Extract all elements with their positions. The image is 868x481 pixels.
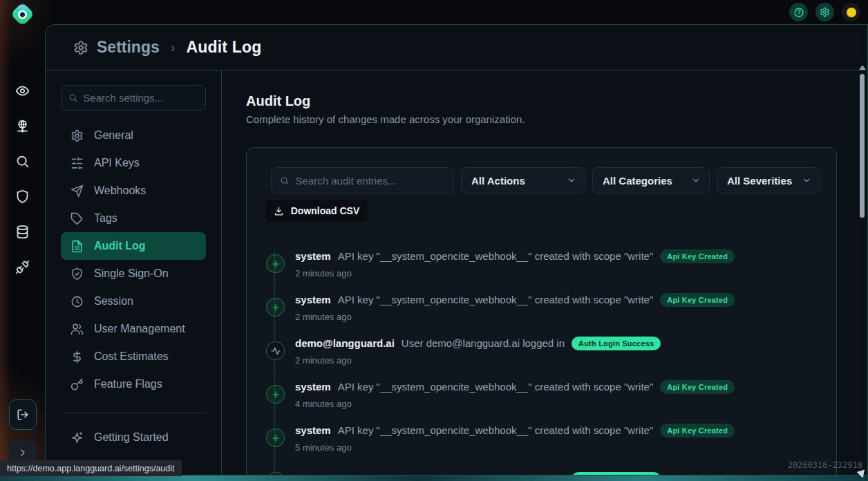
entry-description: API key "__system_opencite_webhook__" cr… <box>338 381 654 393</box>
audit-search-input[interactable] <box>296 175 445 187</box>
sidebar-item-user-management[interactable]: User Management <box>61 315 206 343</box>
audit-log-entry[interactable]: system API key "__system_opencite_webhoo… <box>266 372 822 416</box>
breadcrumb-settings-link[interactable]: Settings <box>97 38 160 57</box>
entry-timestamp: 2 minutes ago <box>295 312 822 322</box>
entry-badge: Auth Login Success <box>572 337 661 350</box>
audit-search[interactable] <box>271 167 454 194</box>
audit-log-entry[interactable]: system API key "__system_opencite_webhoo… <box>266 416 822 460</box>
sidebar-item-audit-log[interactable]: Audit Log <box>61 232 206 260</box>
account-avatar[interactable] <box>842 3 860 21</box>
audit-log-entry[interactable]: demo@langguard.ai User demo@langguard.ai… <box>266 460 822 475</box>
sidebar-item-label: API Keys <box>94 157 140 169</box>
scrollbar-up-arrow[interactable] <box>859 65 866 70</box>
search-icon[interactable] <box>15 154 30 169</box>
nav-item-icon <box>70 295 84 308</box>
settings-button[interactable] <box>815 3 834 21</box>
audit-log-entry[interactable]: demo@langguard.ai User demo@langguard.ai… <box>266 329 822 372</box>
audit-log-card: All Actions All Categories All Severitie… <box>246 147 837 475</box>
nav-item-icon <box>70 267 84 281</box>
sidebar-item-general[interactable]: General <box>61 122 206 149</box>
severities-filter-dropdown[interactable]: All Severities <box>717 167 820 194</box>
entry-badge: Api Key Created <box>660 424 735 437</box>
entry-badge: Api Key Created <box>660 293 735 307</box>
nav-item-icon <box>70 240 84 253</box>
sidebar-item-label: Getting Started <box>94 431 169 444</box>
settings-search[interactable] <box>61 85 206 111</box>
dropdown-value: All Severities <box>727 175 792 187</box>
sidebar-item-webhooks[interactable]: Webhooks <box>61 177 206 205</box>
logout-button[interactable] <box>9 399 37 430</box>
dropdown-value: All Actions <box>471 175 525 187</box>
sidebar-item-cost-estimates[interactable]: Cost Estimates <box>61 343 206 370</box>
sidebar-item-single-sign-on[interactable]: Single Sign-On <box>61 260 206 287</box>
entry-type-icon <box>266 298 285 317</box>
page-title: Audit Log <box>246 93 310 109</box>
nav-item-icon <box>70 157 84 170</box>
entry-actor: demo@langguard.ai <box>295 337 395 349</box>
nav-item-icon <box>70 212 84 225</box>
nav-item-icon <box>70 378 84 391</box>
database-icon[interactable] <box>15 225 30 239</box>
entry-actor: system <box>295 250 331 262</box>
app-panel: Settings › Audit Log General API Keys We… <box>45 24 868 475</box>
topbar <box>0 0 868 24</box>
sidebar-item-label: Tags <box>94 212 117 225</box>
audit-log-entry[interactable]: system API key "__system_opencite_webhoo… <box>266 242 822 285</box>
sidebar-item-label: User Management <box>94 323 185 335</box>
scrollbar-thumb[interactable] <box>860 74 865 218</box>
search-icon <box>68 93 77 103</box>
help-button[interactable] <box>789 3 808 21</box>
download-icon <box>274 206 284 216</box>
entry-timestamp: 5 minutes ago <box>295 442 822 453</box>
nav-item-icon <box>70 323 84 336</box>
settings-nav: General API Keys Webhooks Tags Audit Log… <box>46 70 222 475</box>
entry-type-icon <box>266 428 285 447</box>
dropdown-value: All Categories <box>603 175 672 187</box>
audit-log-entry[interactable]: system API key "__system_opencite_webhoo… <box>266 285 822 329</box>
sidebar-item-session[interactable]: Session <box>61 287 206 315</box>
entry-description: API key "__system_opencite_webhook__" cr… <box>338 294 654 305</box>
avatar-status-dot <box>847 8 856 17</box>
entry-timestamp: 2 minutes ago <box>295 268 822 279</box>
sidebar-item-feature-flags[interactable]: Feature Flags <box>61 370 206 398</box>
page-subtitle: Complete history of changes made across … <box>246 113 525 125</box>
entry-actor: system <box>295 294 331 305</box>
link-preview-statusbar: https://demo.app.langguard.ai/settings/a… <box>0 460 182 476</box>
chevron-down-icon <box>691 176 701 185</box>
desktop-wallpaper-strip <box>0 475 868 481</box>
sidebar-item-getting-started[interactable]: Getting Started <box>61 424 206 451</box>
sidebar-item-label: Webhooks <box>94 185 146 197</box>
categories-filter-dropdown[interactable]: All Categories <box>592 167 710 194</box>
sidebar-item-label: Session <box>94 295 133 308</box>
entry-description: User demo@langguard.ai logged in <box>402 337 565 349</box>
app-logo-icon[interactable] <box>10 2 35 26</box>
download-csv-button[interactable]: Download CSV <box>265 200 368 222</box>
entry-description: API key "__system_opencite_webhook__" cr… <box>338 250 654 262</box>
settings-search-input[interactable] <box>83 92 198 104</box>
plug-icon[interactable] <box>15 260 30 274</box>
breadcrumb: Settings › Audit Log <box>46 25 867 70</box>
entry-timestamp: 2 minutes ago <box>295 355 822 366</box>
entry-type-icon <box>266 254 285 273</box>
actions-filter-dropdown[interactable]: All Actions <box>461 167 585 194</box>
entry-actor: system <box>295 381 331 393</box>
sidebar-item-api-keys[interactable]: API Keys <box>61 149 206 177</box>
sidebar-item-label: General <box>94 129 133 142</box>
globe-icon[interactable] <box>15 119 30 133</box>
breadcrumb-current-page: Audit Log <box>186 38 261 57</box>
sidebar-item-label: Single Sign-On <box>94 267 169 280</box>
chevron-down-icon <box>802 176 811 185</box>
sparkles-icon <box>70 431 84 444</box>
entry-type-icon <box>266 385 285 404</box>
entry-actor: system <box>295 424 331 436</box>
sidebar-item-label: Audit Log <box>94 240 146 252</box>
screenshot-watermark: 20260316-232918 <box>788 460 862 470</box>
download-csv-label: Download CSV <box>291 205 360 216</box>
nav-item-icon <box>70 185 84 198</box>
sidebar-item-tags[interactable]: Tags <box>61 205 206 232</box>
icon-rail <box>0 24 45 475</box>
shield-icon[interactable] <box>15 189 30 204</box>
eye-icon[interactable] <box>15 84 30 98</box>
search-icon <box>280 176 290 186</box>
settings-gear-icon <box>73 40 88 55</box>
